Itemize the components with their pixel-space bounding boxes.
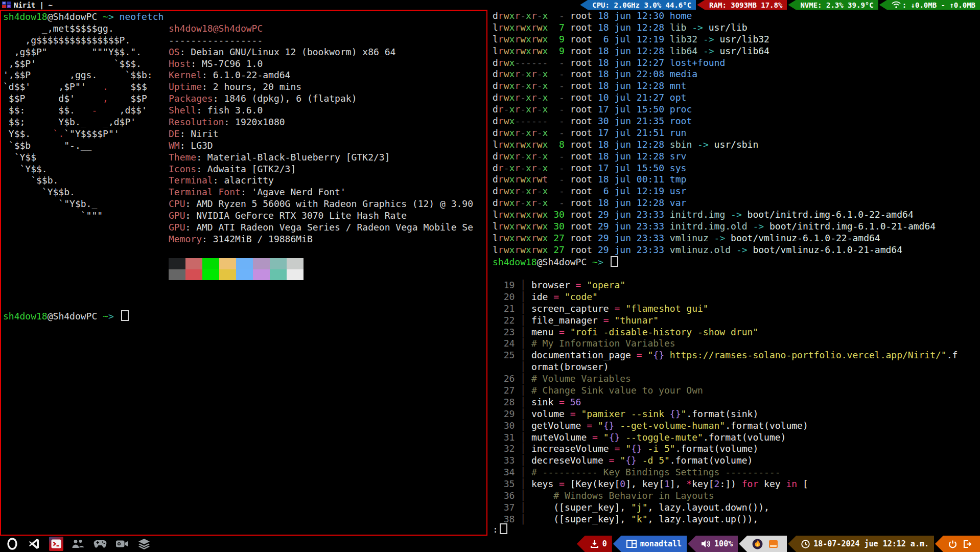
flame-icon[interactable] xyxy=(752,539,763,549)
ls-row: dr-xr-xr-x - root 17 jul 15:50 proc xyxy=(493,104,936,116)
downloads-widget[interactable]: 0 xyxy=(577,536,612,552)
terminal-line: $$: $$. - ,d$$' xyxy=(3,105,153,117)
ls-row: lrwxrwxrwx 30 root 29 jun 23:33 initrd.i… xyxy=(493,209,936,221)
ls-row: drwxr-xr-x - root 18 jun 12:30 home xyxy=(493,10,936,22)
terminal-cursor xyxy=(121,310,129,321)
terminal-line: _,met$$$$$gg. xyxy=(3,23,153,35)
palette-swatch xyxy=(185,258,202,269)
power-icon[interactable] xyxy=(948,540,957,548)
terminal-cursor xyxy=(500,523,507,534)
shell-prompt-line: sh4dow18@Sh4dowPC ~> xyxy=(3,310,129,322)
gamepad-icon xyxy=(94,539,107,548)
ls-row: drwxr-xr-x - root 18 jun 22:08 media xyxy=(493,68,936,80)
layout-widget[interactable]: monadtall xyxy=(613,536,687,552)
code-pager-view: 19 │ browser = "opera" 20 │ ide = "code"… xyxy=(493,280,958,525)
code-line: 37 │ ([super_key], "j", lazy.layout.down… xyxy=(493,502,958,514)
shell-prompt[interactable]: sh4dow18@Sh4dowPC ~> xyxy=(493,256,618,268)
users-icon xyxy=(72,538,85,549)
code-line: 33 │ decreseVolume = "{} -d 5".format(vo… xyxy=(493,455,958,467)
terminal-line: ,g$$$$$$$$$$$$$$$P. xyxy=(3,35,153,47)
clock-widget[interactable]: 18-07-2024 jue 12:12 a.m. xyxy=(788,536,934,552)
code-line: 36 │ # Windows Behavior in Layouts xyxy=(493,490,958,502)
code-line: 30 │ getVolume = "{} --get-volume-human"… xyxy=(493,420,958,432)
ls-row: drwxr-xr-x - root 18 jun 12:28 srv xyxy=(493,151,936,163)
top-status-bar: Nirit | ~ CPU: 2.0GHz 3.0% 44.6°CRAM: 30… xyxy=(0,0,980,10)
palette-swatch xyxy=(219,258,236,269)
right-terminal-pane[interactable]: drwxr-xr-x - root 18 jun 12:30 homelrwxr… xyxy=(491,10,980,536)
terminal-line: Resolution: 1920x1080 xyxy=(169,117,486,128)
terminal-line: `"Y$b._ xyxy=(3,198,153,210)
ls-row: drwxr-xr-x - root 17 jul 21:51 run xyxy=(493,127,936,139)
taskbar-icon-opera[interactable] xyxy=(5,537,19,551)
shell-prompt[interactable]: sh4dow18@Sh4dowPC ~> xyxy=(3,310,129,322)
palette-swatch xyxy=(202,258,219,269)
clock-text: 18-07-2024 jue 12:12 a.m. xyxy=(813,539,929,548)
terminal-line: ,g$$P" """Y$$.". xyxy=(3,47,153,58)
taskbar-icon-vscode[interactable] xyxy=(27,537,41,551)
code-line: 31 │ muteVolume = "{} --toggle-mute".for… xyxy=(493,432,958,444)
palette-swatch xyxy=(236,269,253,281)
code-line: 27 │ # Change Sink value to your Own xyxy=(493,385,958,397)
palette-swatch xyxy=(287,269,304,281)
net-text: : ↓0.0MB - ↑0.0MB xyxy=(902,1,975,9)
code-line: 22 │ file_manager = "thunar" xyxy=(493,315,958,327)
palette-swatch xyxy=(185,269,202,281)
palette-swatch xyxy=(253,269,270,281)
camera-icon xyxy=(115,539,129,548)
ram-widget[interactable]: RAM: 3093MB 17.8% xyxy=(697,0,787,10)
terminal-line: WM: LG3D xyxy=(169,140,486,152)
pager-command-line[interactable]: : xyxy=(493,523,507,535)
wifi-icon xyxy=(892,1,901,9)
taskbar-icon-gamepad[interactable] xyxy=(93,537,107,551)
terminal-line: Memory: 3142MiB / 19886MiB xyxy=(169,234,486,245)
code-line: 28 │ sink = 56 xyxy=(493,397,958,408)
session-widget[interactable] xyxy=(935,536,980,552)
clock-icon[interactable] xyxy=(801,540,810,548)
ls-row: lrwxrwxrwx 27 root 29 jun 23:33 vmlinuz … xyxy=(493,233,936,244)
cpu-widget[interactable]: CPU: 2.0GHz 3.0% 44.6°C xyxy=(580,0,696,10)
layout-text: monadtall xyxy=(640,539,682,548)
palette-swatch xyxy=(270,258,287,269)
nirit-logo-icon xyxy=(2,2,11,8)
code-line: 24 │ # My Information Variables xyxy=(493,338,958,350)
ls-row: lrwxrwxrwx 8 root 18 jun 12:28 sbin -> u… xyxy=(493,139,936,151)
terminal-line: CPU: AMD Ryzen 5 5600G with Radeon Graph… xyxy=(169,198,486,210)
nvme-widget[interactable]: NVME: 2.3% 39.9°C xyxy=(788,0,878,10)
download-icon[interactable] xyxy=(590,540,599,548)
ls-row: lrwxrwxrwx 9 root 6 jul 12:19 lib32 -> u… xyxy=(493,34,936,45)
code-line: 32 │ increaseVolume = "{} -i 5".format(v… xyxy=(493,443,958,455)
systray-widget[interactable] xyxy=(739,536,787,552)
taskbar-icon-layers[interactable] xyxy=(137,537,151,551)
neofetch-ascii-logo: _,met$$$$$gg. ,g$$$$$$$$$$$$$$$P. ,g$$P"… xyxy=(3,23,153,222)
vscode-icon xyxy=(28,538,40,550)
ls-row: drwx------ - root 30 jun 21:35 root xyxy=(493,116,936,127)
terminal-line: ,$$P' `$$$. xyxy=(3,58,153,70)
terminal-line: $$P d$' , $$P xyxy=(3,93,153,105)
code-line: 35 │ keys = [Key(key[0], key[1], *key[2:… xyxy=(493,478,958,490)
taskbar-icon-terminal[interactable] xyxy=(49,537,63,551)
taskbar-icon-users[interactable] xyxy=(71,537,85,551)
terminal-line: `Y$$b. xyxy=(3,187,153,198)
taskbar-app-icons xyxy=(5,536,151,552)
neofetch-color-palette xyxy=(169,258,304,280)
terminal-line: DE: Nirit xyxy=(169,128,486,140)
layout-icon[interactable] xyxy=(626,540,637,548)
code-line: 20 │ ide = "code" xyxy=(493,291,958,303)
palette-swatch xyxy=(202,269,219,281)
taskbar-icon-camera[interactable] xyxy=(115,537,129,551)
terminal-line: Uptime: 2 hours, 20 mins xyxy=(169,81,486,93)
net-widget[interactable]: : ↓0.0MB - ↑0.0MB xyxy=(879,0,980,10)
appbox-icon[interactable] xyxy=(768,539,778,549)
ls-row: lrwxrwxrwx 30 root 29 jun 23:33 initrd.i… xyxy=(493,221,936,233)
code-line: 25 │ documentation_page = "{} https://ra… xyxy=(493,350,958,361)
code-line: 29 │ volume = "pamixer --sink {}".format… xyxy=(493,408,958,420)
desktop: { "topbar": { "title": "Nirit | ~", "wid… xyxy=(0,0,980,552)
speaker-icon[interactable] xyxy=(701,540,711,548)
terminal-line: ',$$P ,ggs. `$$b: xyxy=(3,70,153,81)
volume-widget[interactable]: 100% xyxy=(688,536,738,552)
left-terminal-window[interactable]: sh4dow18@Sh4dowPC ~> neofetch _,met$$$$$… xyxy=(0,10,487,536)
terminal-line: `Y$$. xyxy=(3,164,153,175)
layers-icon xyxy=(138,538,150,549)
logout-icon[interactable] xyxy=(963,540,971,548)
shell-prompt-line: sh4dow18@Sh4dowPC ~> xyxy=(493,256,618,268)
